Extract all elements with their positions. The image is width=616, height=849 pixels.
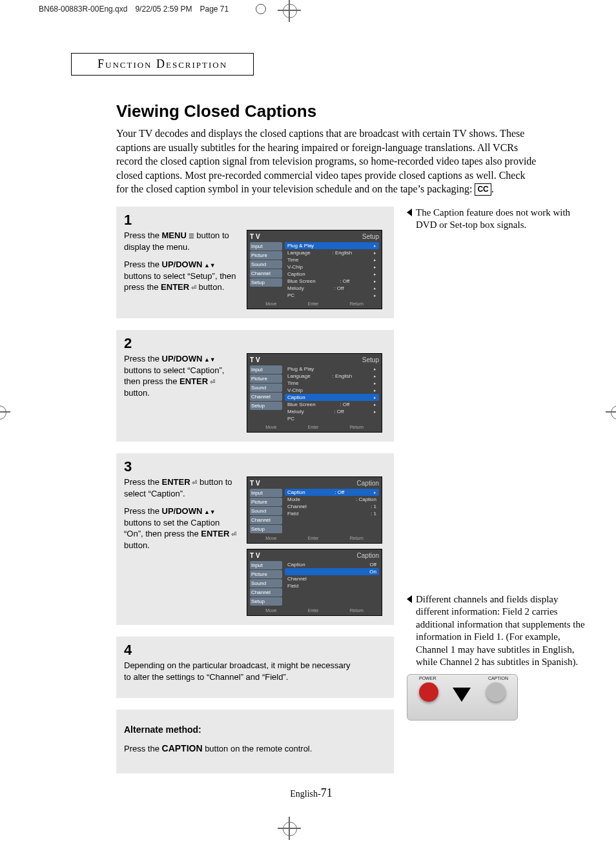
osd-row-val: : 1 (371, 504, 376, 509)
osd-row-val: : Off (340, 402, 349, 407)
osd-row-key: Melody (287, 285, 304, 291)
osd-tab: Channel (250, 516, 282, 524)
osd-tab: Picture (250, 570, 282, 578)
osd-tab: Setup (250, 278, 282, 287)
enter-icon (189, 282, 196, 292)
osd-row-val: : Caption (356, 496, 376, 502)
alternate-method: Alternate method: Press the CAPTION butt… (116, 710, 394, 773)
osd-row-key: Plug & Play (287, 366, 314, 372)
osd-tab: Input (250, 561, 282, 569)
step-number: 2 (124, 335, 386, 352)
intro-tail: . (491, 183, 494, 194)
cc-symbol-icon: CC (475, 183, 491, 195)
osd-title: Caption (357, 552, 379, 559)
text: Press the (124, 230, 162, 240)
osd-row-key: Blue Screen (287, 278, 316, 284)
osd-row-key: Time (287, 257, 298, 263)
step-1: 1 Press the MENU button to display the m… (116, 207, 394, 318)
osd-tv-label: T V (250, 356, 260, 363)
osd-tv-label: T V (250, 233, 260, 240)
osd-foot-move: Move (265, 425, 276, 429)
text: button. (124, 540, 150, 550)
osd-tab: Setup (250, 597, 282, 606)
step-1-text: Press the MENU button to display the men… (124, 230, 240, 309)
enter-label: ENTER (161, 282, 189, 292)
osd-tab: Picture (250, 251, 282, 260)
chevron-right-icon (374, 394, 376, 400)
page-title: Viewing Closed Captions (116, 101, 558, 121)
power-button-icon (419, 682, 438, 702)
print-page-label: Page 71 (200, 5, 229, 14)
osd-tab: Sound (250, 579, 282, 588)
print-header: BN68-00883R-00Eng.qxd 9/22/05 2:59 PM Pa… (0, 0, 616, 14)
print-timestamp: 9/22/05 2:59 PM (135, 5, 192, 14)
osd-row-val: : English (332, 373, 352, 379)
osd-foot-move: Move (265, 302, 276, 306)
osd-row-key: Time (287, 380, 298, 386)
osd-row-key: Field (287, 511, 298, 517)
text: Press the (124, 354, 162, 363)
osd-tab: Setup (250, 402, 282, 410)
osd-tab: Input (250, 365, 282, 374)
chevron-right-icon (374, 489, 376, 495)
osd-tab: Sound (250, 507, 282, 515)
chevron-right-icon (374, 278, 376, 284)
text: Press the (124, 260, 162, 269)
osd-foot-return: Return (350, 302, 364, 306)
page: BN68-00883R-00Eng.qxd 9/22/05 2:59 PM Pa… (0, 0, 616, 849)
osd-row-val: : Off (334, 409, 344, 414)
osd-foot-return: Return (350, 608, 364, 613)
chevron-right-icon (374, 285, 376, 291)
step-4-text: Depending on the particular broadcast, i… (124, 660, 356, 682)
menu-icon (187, 230, 194, 240)
osd-screenshot-setup-caption: T VSetup Input Picture Sound Channel Set… (247, 353, 382, 433)
osd-row-key: Field (287, 583, 298, 589)
osd-row-key: Channel (287, 504, 307, 509)
caption-button-icon (486, 682, 506, 702)
chevron-right-icon (374, 257, 376, 263)
step-2-text: Press the UP/DOWN buttons to select “Cap… (124, 353, 240, 433)
enter-icon (229, 529, 236, 538)
chevron-right-icon (374, 409, 376, 414)
footer-language: English- (290, 789, 320, 799)
remote-illustration: POWER CAPTION (407, 674, 518, 721)
osd-tab: Sound (250, 384, 282, 392)
osd-row-key: Caption (287, 271, 305, 277)
enter-label: ENTER (180, 376, 208, 386)
side-note-text: Different channels and fields display di… (416, 594, 585, 668)
osd-foot-move: Move (265, 608, 276, 613)
chevron-right-icon (374, 250, 376, 256)
osd-row-key: Language (287, 250, 311, 256)
osd-title: Setup (362, 356, 379, 363)
section-heading: Function Description (71, 53, 254, 76)
osd-list: Plug & Play Language: English Time V-Chi… (285, 242, 379, 299)
step-4: 4 Depending on the particular broadcast,… (116, 637, 394, 698)
osd-tab: Input (250, 242, 282, 251)
osd-tab: Input (250, 489, 282, 497)
osd-row-key: V-Chip (287, 264, 303, 270)
osd-title: Setup (362, 233, 379, 240)
osd-row-val: : 1 (371, 511, 376, 517)
chevron-right-icon (374, 373, 376, 379)
triangle-left-icon (407, 595, 412, 603)
remote-power-label: POWER (419, 676, 436, 680)
osd-row-key: Language (287, 373, 311, 379)
osd-row-key: V-Chip (287, 387, 303, 393)
chevron-right-icon (374, 243, 376, 249)
osd-tv-label: T V (250, 480, 260, 487)
text: Depending on the particular broadcast, i… (124, 660, 356, 682)
updown-label: UP/DOWN (162, 506, 203, 516)
chevron-right-icon (374, 387, 376, 393)
osd-tab: Sound (250, 260, 282, 269)
osd-row-key: Mode (287, 496, 300, 502)
osd-foot-move: Move (265, 536, 276, 540)
step-number: 3 (124, 458, 386, 475)
text: button on the remote control. (203, 744, 313, 753)
osd-tab: Channel (250, 393, 282, 401)
chevron-right-icon (374, 380, 376, 386)
osd-tabs: Input Picture Sound Channel Setup (250, 242, 282, 299)
side-note-text: The Caption feature does not work with D… (416, 207, 570, 230)
intro-text: Your TV decodes and displays the closed … (116, 128, 536, 194)
text: button. (124, 388, 150, 398)
alt-heading: Alternate method: (124, 724, 201, 735)
